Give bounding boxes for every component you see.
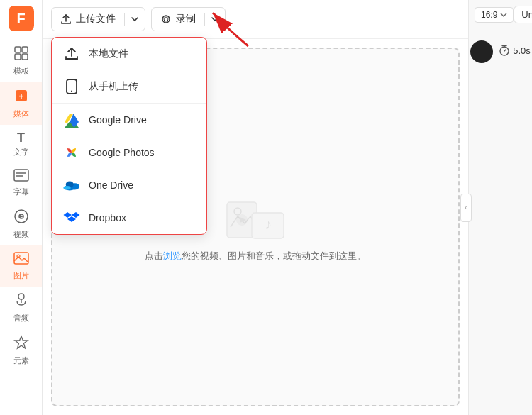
panel-collapse-handle[interactable]: ‹ (460, 194, 472, 222)
svg-rect-3 (22, 54, 28, 60)
dropdown-item-mobile-upload[interactable]: 从手机上传 (52, 70, 206, 103)
upload-dropdown-menu: 本地文件 从手机上传 (51, 37, 207, 235)
mobile-upload-label: 从手机上传 (89, 80, 138, 93)
media-icon: + (13, 88, 29, 107)
sidebar-item-caption[interactable]: 字幕 (0, 163, 42, 203)
upload-text-before: 点击 (145, 250, 163, 261)
dropbox-icon (63, 209, 80, 226)
svg-point-23 (63, 186, 70, 190)
image-icon (13, 251, 29, 269)
sidebar-item-video[interactable]: 视频 (0, 203, 42, 245)
record-dropdown-arrow[interactable] (205, 15, 225, 23)
svg-point-17 (164, 17, 168, 21)
template-icon (13, 45, 29, 65)
upload-icon (60, 13, 72, 25)
sidebar-label-media: 媒体 (13, 109, 29, 119)
sidebar-item-audio[interactable]: 音频 (0, 287, 42, 329)
timer-icon (499, 45, 510, 56)
sidebar-item-template[interactable]: 模板 (0, 40, 42, 82)
element-icon (13, 335, 29, 354)
google-drive-label: Google Drive (89, 114, 147, 126)
main-content: 上传文件 录制 (43, 0, 468, 415)
svg-rect-1 (22, 47, 28, 52)
record-icon (160, 13, 172, 25)
dropbox-label: Dropbox (89, 212, 126, 223)
svg-rect-6 (14, 170, 28, 181)
svg-rect-0 (15, 47, 21, 52)
upload-label: 上传文件 (76, 13, 116, 26)
upload-text-after: 您的视频、图片和音乐，或拖动文件到这里。 (182, 250, 366, 261)
text-icon: T (17, 131, 25, 145)
dropdown-item-one-drive[interactable]: One Drive (52, 169, 206, 201)
svg-text:♪: ♪ (265, 216, 272, 232)
sidebar-label-text: 文字 (13, 147, 29, 157)
project-title-text: Untitled (521, 9, 532, 20)
toolbar: 上传文件 录制 (43, 0, 468, 39)
aspect-ratio-button[interactable]: 16:9 (475, 7, 514, 23)
record-button[interactable]: 录制 (151, 7, 226, 31)
local-file-label: 本地文件 (89, 48, 128, 60)
dropdown-item-local-file[interactable]: 本地文件 (52, 38, 206, 70)
svg-marker-15 (15, 336, 28, 348)
upload-dropdown-arrow[interactable] (125, 15, 145, 23)
svg-text:+: + (18, 92, 23, 101)
svg-rect-2 (15, 54, 21, 60)
sidebar-label-image: 图片 (13, 270, 29, 281)
preview-circle (470, 40, 493, 63)
ratio-label: 16:9 (481, 10, 497, 20)
local-file-icon (63, 45, 80, 62)
sidebar-item-text[interactable]: T 文字 (0, 125, 42, 163)
right-panel: 16:9 Untitled 5.0s ‹ (468, 0, 532, 415)
sidebar-label-template: 模板 (13, 66, 29, 77)
one-drive-label: One Drive (89, 179, 133, 191)
google-drive-icon (63, 111, 80, 128)
ratio-dropdown-icon (500, 11, 507, 18)
sidebar-item-element[interactable]: 元素 (0, 329, 42, 372)
upload-main-part: 上传文件 (52, 13, 125, 26)
sidebar-item-media[interactable]: + 媒体 (0, 82, 42, 125)
sidebar-label-element: 元素 (13, 355, 29, 366)
sidebar-label-caption: 字幕 (13, 187, 29, 197)
svg-line-34 (504, 50, 506, 51)
timer-display: 5.0s (499, 45, 531, 56)
timer-value: 5.0s (513, 45, 531, 56)
audio-icon (14, 292, 28, 311)
svg-point-19 (71, 91, 72, 92)
upload-instruction-text: 点击浏览您的视频、图片和音乐，或拖动文件到这里。 (145, 250, 366, 262)
sidebar-item-image[interactable]: 图片 (0, 245, 42, 287)
record-label: 录制 (176, 13, 196, 26)
project-name[interactable]: Untitled (514, 6, 532, 23)
upload-button[interactable]: 上传文件 (51, 7, 145, 31)
caption-icon (13, 169, 29, 185)
video-icon (13, 209, 29, 228)
record-main-part: 录制 (152, 13, 205, 26)
one-drive-icon (63, 177, 80, 194)
dropdown-item-google-drive[interactable]: Google Drive (52, 104, 206, 136)
sidebar-label-video: 视频 (13, 229, 29, 240)
dropdown-item-dropbox[interactable]: Dropbox (52, 201, 206, 234)
sidebar: F 模板 + 媒体 T 文字 (0, 0, 43, 415)
upload-browse-link[interactable]: 浏览 (163, 250, 182, 261)
google-photos-icon (63, 144, 80, 161)
mobile-icon (63, 78, 80, 95)
app-logo[interactable]: F (9, 6, 34, 31)
upload-placeholder-icons: ♪ (223, 192, 287, 241)
sidebar-label-audio: 音频 (13, 313, 29, 323)
google-photos-label: Google Photos (89, 147, 155, 158)
dropdown-item-google-photos[interactable]: Google Photos (52, 136, 206, 169)
